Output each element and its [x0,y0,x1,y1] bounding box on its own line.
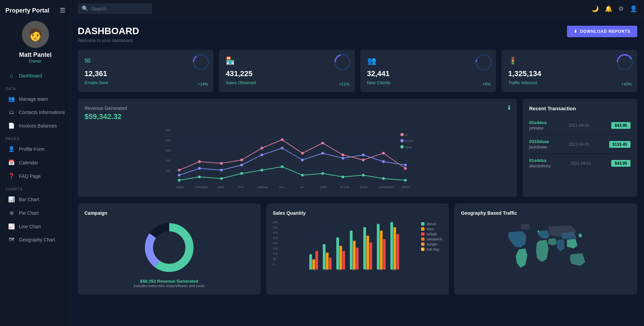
sidebar-nav: ⌂DashboardData👥Manage team🗂Contacts Info… [0,69,71,247]
sidebar-item-line-chart[interactable]: 📈Line Chart [3,220,71,233]
svg-text:japan: japan [405,145,412,149]
svg-point-22 [261,147,263,149]
download-button[interactable]: ⬇ DOWNLOAD REPORTS [567,26,637,37]
svg-point-32 [220,169,223,171]
sidebar-label-manage-team: Manage team [19,96,48,102]
svg-point-18 [178,169,181,171]
chart-download-icon[interactable]: ⬇ [507,104,512,112]
campaign-title: Campaign [84,210,254,216]
svg-rect-101 [366,236,369,270]
sales-ring [334,54,351,71]
bell-icon[interactable]: 🔔 [605,5,612,13]
svg-point-52 [382,177,385,180]
sidebar-item-invoices[interactable]: 📄Invoices Balances [3,119,71,132]
svg-rect-84 [309,254,312,270]
search-input[interactable] [91,6,142,11]
svg-rect-109 [393,227,396,270]
stat-cards: ✉ 12,361 Emails Sent +14% 🏪 431,225 Sale… [78,50,637,92]
svg-point-21 [240,159,243,161]
transaction-item: 0315dsaa jackdower 2022-04-01 $133.45 [529,135,630,154]
sidebar-item-dashboard[interactable]: ⌂Dashboard [3,69,71,82]
svg-point-43 [198,176,201,178]
clients-ring [475,54,492,71]
middle-section: Revenue Generated $59,342.32 ⬇ 500 400 3… [78,99,637,197]
campaign-revenue-label: $48,352 Revenue Generated [140,279,198,284]
sidebar-item-calendar[interactable]: 📅Calendar [3,156,71,169]
sidebar-section-label: Charts [0,183,71,192]
brand-title: Property Portal [5,7,49,14]
menu-icon[interactable]: ☰ [60,7,65,14]
bottom-section: Campaign $48,352 Revenue Generated Inclu… [78,204,637,295]
search-wrap: 🔍 [78,3,152,14]
topbar: 🔍 🌙 🔔 ⚙ 👤 [71,0,644,18]
svg-rect-110 [396,234,399,270]
sidebar: Property Portal ☰ 🧑 Matt Pantel Owner ⌂D… [0,0,71,326]
svg-point-48 [301,174,304,177]
svg-point-31 [198,167,201,170]
sidebar-label-line-chart: Line Chart [19,224,41,229]
revenue-chart-value: $59,342.32 [84,112,510,121]
svg-rect-98 [356,248,359,270]
svg-point-41 [404,164,407,166]
transaction-date: 2022-04-01 [569,142,589,147]
sales-icon: 🏪 [226,56,348,65]
sidebar-icon-faq: ❓ [8,173,15,179]
settings-icon[interactable]: ⚙ [618,5,624,13]
svg-point-33 [240,164,243,166]
header-left: DASHBOARD Welcome to your dashboard [78,26,139,43]
svg-rect-96 [350,231,353,270]
sidebar-label-bar-chart: Bar Chart [19,197,39,202]
svg-text:AI: AI [366,268,369,271]
sidebar-item-profile-form[interactable]: 👤Profile Form [3,142,71,156]
transaction-id: 01e4dsa [529,158,550,163]
svg-text:bicycle: bicycle [340,185,350,189]
legend-kebab: kebab [427,232,437,236]
donut-chart [142,220,196,275]
sidebar-item-contacts[interactable]: 🗂Contacts Informations [3,106,71,119]
svg-text:200: 200 [166,159,171,162]
transaction-item: 01e4dsa johndoe 2021-09-01 $43.95 [529,116,630,135]
user-icon[interactable]: 👤 [630,5,637,13]
transaction-item: 01e4dsa aberdohnny 2021-09-01 $43.95 [529,154,630,172]
sidebar-label-contacts: Contacts Informations [19,110,65,115]
svg-text:AG: AG [352,268,356,271]
brand: Property Portal ☰ [0,7,71,14]
svg-text:skateboard: skateboard [379,185,394,189]
sidebar-item-manage-team[interactable]: 👥Manage team [3,92,71,106]
svg-rect-102 [369,242,372,270]
transaction-id: 01e4dsa [529,120,546,125]
svg-point-23 [281,138,284,141]
clients-value: 32,441 [367,69,489,78]
sidebar-item-geo-chart[interactable]: 🗺Geography Chart [3,233,71,246]
sidebar-section-label: Data [0,83,71,92]
main-area: 🔍 🌙 🔔 ⚙ 👤 DASHBOARD Welcome to your dash… [71,0,644,326]
legend-sandwich: sandwich [427,237,442,241]
revenue-line-chart: 500 400 300 200 100 [84,121,510,189]
svg-text:car: car [300,185,304,189]
svg-rect-93 [339,246,342,270]
sidebar-label-calendar: Calendar [19,160,38,165]
svg-point-47 [281,165,284,168]
stat-card-sales: 🏪 431,225 Sales Obtained +21% [219,50,355,92]
transactions-list: 01e4dsa johndoe 2021-09-01 $43.95 0315ds… [529,116,630,172]
moon-icon[interactable]: 🌙 [591,5,599,13]
svg-text:train: train [238,185,244,189]
page-header: DASHBOARD Welcome to your dashboard ⬇ DO… [78,26,637,43]
svg-point-34 [261,154,263,156]
svg-point-68 [401,139,404,142]
svg-point-26 [342,154,344,156]
emails-label: Emails Sent [84,80,207,85]
top-icons: 🌙 🔔 ⚙ 👤 [591,5,637,13]
transaction-amount: $133.45 [609,141,630,148]
svg-point-30 [178,174,181,177]
svg-point-20 [220,162,223,165]
sidebar-item-bar-chart[interactable]: 📊Bar Chart [3,193,71,206]
sidebar-item-pie-chart[interactable]: ⊕Pie Chart [3,206,71,219]
svg-text:subway: subway [258,185,268,189]
geography-title: Geography Based Traffic [461,210,630,216]
svg-text:AF: AF [338,268,342,271]
transactions-title: Recent Transaction [529,106,630,111]
svg-rect-86 [315,251,318,270]
svg-point-4 [476,55,491,70]
sidebar-item-faq[interactable]: ❓FAQ Page [3,169,71,183]
